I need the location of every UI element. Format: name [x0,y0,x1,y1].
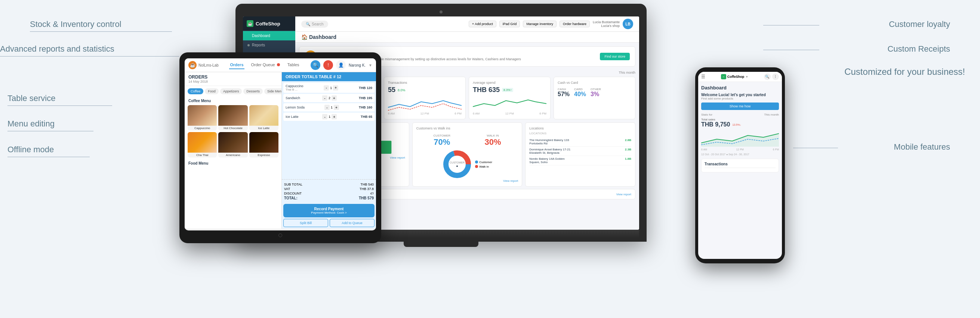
pay-btn-label: Record Payment [286,207,372,211]
phone-search-icon[interactable]: 🔍 [764,74,771,80]
stat-title-cash-card: Cash vs Card [558,81,631,85]
search-box[interactable]: 🔍 Search [301,21,328,28]
phone-topbar: ☰ ~ CoffeShop ▼ 🔍 ⋮ [698,72,782,82]
tablet-brand: ☕ NolLms-Lab [188,61,219,69]
manage-inventory-button[interactable]: Manage inventory [523,21,557,27]
qty-ctrl-lemon-soda: - 1 + [325,105,339,110]
menu-item-cappuccino[interactable]: Cappuccino [188,105,217,131]
phone-hamburger-icon[interactable]: ☰ [701,74,705,79]
tablet-nav: Orders Order Queue Tables [229,61,300,69]
qty-increase-sandwich[interactable]: + [331,95,337,101]
qty-increase-ice-latte[interactable]: + [331,114,337,119]
phone-total-label: Total sales [701,118,779,121]
menu-item-americano[interactable]: Americano [218,132,247,158]
ipad-grid-button[interactable]: iPad Grid [500,21,520,27]
other-value: 3% [590,91,601,97]
view-report-customers[interactable]: View report [416,179,519,182]
view-report-loyalty[interactable]: View report [616,193,631,196]
scene: ☕ CoffeShop Dashboard Reports MANAGE [180,4,785,314]
cat-appetizers[interactable]: Appetizers [220,88,242,94]
tablet-search-icon[interactable]: 🔍 [310,60,320,70]
tablet-brand-icon: ☕ [188,61,197,69]
tablet-avatar[interactable]: 👤 [336,60,346,70]
tab-tables[interactable]: Tables [287,61,300,69]
sidebar-item-reports[interactable]: Reports [243,40,295,50]
page-title-text: Dashboard [309,34,336,40]
order-hardware-button[interactable]: Order hardware [560,21,590,27]
qty-decrease-ice-latte[interactable]: - [322,114,328,119]
cat-food[interactable]: Food [205,88,219,94]
cash-value: 57% [558,91,570,97]
phone-brand-chevron: ▼ [745,75,748,78]
cat-desserts[interactable]: Desserts [243,88,263,94]
phone-this-month[interactable]: This month [764,113,779,117]
qty-decrease-sandwich[interactable]: - [322,95,328,101]
qty-sandwich: 2 [329,96,330,100]
espresso-name: Espresso [249,153,278,158]
orders-header: ORDERS 14 May 2018 [185,72,282,86]
customer-legend: Customer [479,160,492,164]
ice-latte-image [249,105,278,126]
phone-icons: 🔍 ⋮ [764,74,779,80]
split-bill-button[interactable]: Split Bill [283,219,328,227]
record-payment-button[interactable]: Record Payment Payment Method: Cash > [283,204,374,217]
location-name-3: Nordic Bakery 14A Golden Square, Soho [529,157,574,164]
qty-ctrl-sandwich: - 2 + [322,95,337,101]
vat-value: THB 37.8 [360,187,374,191]
tablet-home-button[interactable] [278,233,282,237]
add-to-queue-button[interactable]: Add to Queue [330,219,374,227]
qty-decrease-lemon-soda[interactable]: - [325,105,330,110]
stat-card-cash-card: Cash vs Card CASH 57% CARD 40% [554,77,635,119]
qty-increase-lemon-soda[interactable]: + [334,105,339,110]
cha-thai-name: Cha Thai [188,153,217,158]
order-item-cappuccino: Cappuccino Thai B ... - 1 + THB 120 [283,83,374,93]
total-value: THB 579 [359,196,374,200]
menu-item-cha-thai[interactable]: Cha Thai [188,132,217,158]
stat-card-transactions: Transactions 55 8.0% [384,77,466,119]
other-label: OTHER [590,88,601,91]
search-placeholder: Search [312,22,324,26]
phone-welcome-sub: First add some products [701,97,779,100]
order-sub-cappuccino: Thai B ... [286,88,304,91]
tab-orders[interactable]: Orders [229,61,244,69]
phone-date-range: 12 Oct - 20 Oct 2017 ● Sep 24 - 30, 2017 [701,153,779,156]
add-product-button[interactable]: + Add product [469,21,496,27]
laptop-camera [439,11,442,13]
select-time[interactable]: This month [619,71,635,74]
subtotal-row: SUB TOTAL THB 540 [284,182,374,186]
stat-card-customers: Customers vs Walk ins CUSTOMER 70% WALK … [412,122,522,187]
avatar: LB [623,19,633,29]
menu-item-hot-chocolate[interactable]: Hot Chocolate [218,105,247,131]
order-name-ice-latte: Ice Latte [286,115,299,118]
americano-image [218,132,247,153]
cat-coffee[interactable]: Coffee [188,88,203,94]
qty-increase-cappuccino[interactable]: + [333,85,338,91]
order-header: ORDER TOTALS TABLE # 12 [282,72,376,81]
qty-lemon-soda: 1 [331,105,332,109]
menu-grid: Cappuccino Hot Chocolate Ice Latte [185,104,282,159]
orders-title: ORDERS [188,74,278,80]
phone-sales-chart [701,128,779,147]
phone-divider [705,168,776,168]
ice-latte-name: Ice Latte [249,126,278,131]
menu-item-ice-latte[interactable]: Ice Latte [249,105,278,131]
cat-side-menu[interactable]: Side Menu [264,88,282,94]
phone-show-button[interactable]: Show me how [701,102,779,110]
price-ice-latte: THB 65 [361,115,372,118]
customer-value: 70% [433,137,450,147]
find-store-button[interactable]: Find our store [600,53,630,60]
phone-total-section: Total sales THB 9,750 13.5%↓ [701,118,779,128]
stat-title-average: Average spend [473,81,546,85]
qty-decrease-cappuccino[interactable]: - [324,85,329,91]
phone-device: ☰ ~ CoffeShop ▼ 🔍 ⋮ Dashboard Welcome Lu… [695,67,785,264]
phone-more-icon[interactable]: ⋮ [772,74,779,80]
sidebar-item-dashboard[interactable]: Dashboard [243,31,295,40]
menu-item-espresso[interactable]: Espresso [249,132,278,158]
stat-badge-average: 8.3%↑ [502,88,513,92]
tablet-alert-icon[interactable]: ! [323,60,333,70]
hot-chocolate-name: Hot Chocolate [218,126,247,131]
tab-order-queue[interactable]: Order Queue [250,61,281,69]
sidebar-brand-name: CoffeShop [256,21,280,27]
stat-card-locations: Locations LOCATIONS The Hummingbird Bake… [525,122,635,187]
page-header: 🏠 Dashboard [295,32,639,43]
